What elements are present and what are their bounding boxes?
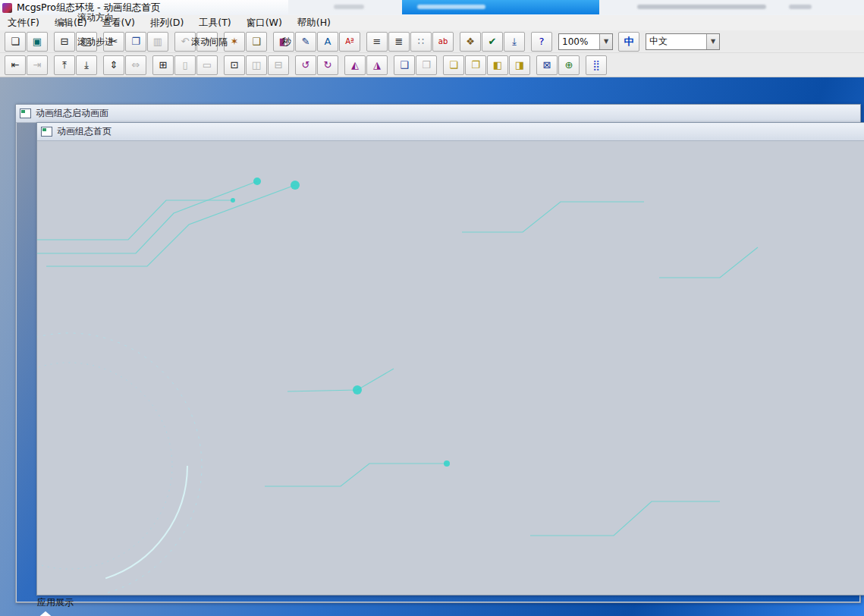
startup-window-titlebar[interactable]: 动画组态启动画面	[16, 105, 860, 123]
toolbar-button-icon: ❏	[449, 59, 458, 71]
zoom-combo[interactable]: 100% ▼	[558, 33, 613, 50]
toolbar-button-icon: ▥	[153, 36, 162, 47]
home-icon	[37, 609, 54, 616]
toolbar-button-rotate-right[interactable]: ↻	[317, 55, 338, 75]
toolbar-button-h-center[interactable]: ◫	[246, 55, 267, 75]
toolbar-button-v-center[interactable]: ⊟	[268, 55, 289, 75]
toolbar-button-icon: ?	[539, 36, 545, 47]
toolbar-button-grid[interactable]: ∷	[410, 32, 432, 52]
toolbar-button-align-left[interactable]: ⇤	[5, 55, 26, 75]
toolbar-button-icon: A	[325, 36, 331, 47]
toolbar-button-flip-vertical[interactable]: ◮	[366, 55, 388, 75]
toolbar-button-text-indent[interactable]: ≣	[388, 32, 410, 52]
toolbar-button-font[interactable]: Aª	[339, 32, 360, 52]
toolbar-button-icon: ↶	[181, 36, 190, 47]
toolbar-button-icon: ⤒	[62, 59, 67, 71]
toolbar-button-line-color[interactable]: ✎	[295, 32, 316, 52]
window-icon	[20, 108, 31, 118]
toolbar-button-spell-check[interactable]: ab	[432, 32, 454, 52]
toolbar-button-icon: ◮	[373, 59, 381, 71]
toolbar-button-icon: ↺	[302, 59, 310, 71]
toolbar-button-icon: ∷	[418, 36, 424, 47]
toolbar-main: ❏▣⊟◫✂❐▥↶↷✶❑◧✎AAª≡≣∷ab❖✔⤓? 100% ▼ 中 中文 ▼	[0, 30, 864, 53]
toolbar-button-paste[interactable]: ▥	[147, 32, 168, 52]
toolbar-button-icon: ▭	[203, 59, 212, 71]
background-windows	[288, 0, 864, 14]
toolbar-button-icon: ab	[438, 37, 448, 46]
toolbar-button-icon: ⊟	[61, 36, 69, 47]
menu-item[interactable]: 工具(T)	[191, 15, 238, 31]
home-window-title: 动画组态首页	[57, 125, 112, 138]
toolbar-button-rotate-left[interactable]: ↺	[295, 55, 316, 75]
chevron-down-icon[interactable]: ▼	[706, 34, 719, 49]
toolbar-button-icon: ⇤	[11, 59, 20, 71]
toolbar-button-bring-to-front[interactable]: ❏	[443, 55, 464, 75]
page-title: 应用展示	[37, 596, 864, 609]
toolbar-button-icon: ✔	[489, 36, 497, 47]
toolbar-button-sort[interactable]: ⤓	[504, 32, 525, 52]
toolbar-button-icon: ⇔	[132, 59, 140, 71]
toolbar-button-align-top[interactable]: ⤒	[54, 55, 75, 75]
circuit-decoration	[37, 141, 863, 594]
menu-bar: 文件(F)编辑(E)查看(V)排列(D)工具(T)窗口(W)帮助(H)	[0, 15, 864, 31]
toolbar-arrange: ⇤⇥⤒⤓⇕⇔⊞▯▭⊡◫⊟↺↻◭◮❑❒❏❐◧◨⊠⊕⣿	[0, 53, 864, 77]
toolbar-button-send-to-back[interactable]: ❐	[465, 55, 486, 75]
toolbar-button-icon: ⤓	[512, 36, 517, 48]
language-switch-button[interactable]: 中	[618, 32, 639, 52]
toolbar-button-text-lines[interactable]: ≡	[366, 32, 388, 52]
toolbar-button-lock[interactable]: ⊠	[536, 55, 558, 75]
toolbar-button-make-symbol[interactable]: ❑	[394, 55, 415, 75]
toolbar-button-equal-v-space[interactable]: ⇕	[103, 55, 124, 75]
toolbar-button-same-height[interactable]: ▯	[174, 55, 196, 75]
language-value: 中文	[646, 35, 706, 48]
toolbar-button-icon: ▯	[182, 59, 187, 71]
startup-window-title: 动画组态启动画面	[36, 107, 108, 120]
home-button[interactable]: HOME	[37, 609, 864, 616]
menu-item[interactable]: 窗口(W)	[239, 15, 290, 31]
toolbar-button-icon: ⤓	[84, 59, 89, 71]
toolbar-button-save[interactable]: ▣	[27, 32, 48, 52]
menu-item[interactable]: 文件(F)	[0, 15, 47, 31]
toolbar-button-icon: ⊡	[231, 59, 239, 71]
toolbar-button-syntax-check[interactable]: ✔	[482, 32, 503, 52]
toolbar-button-flip-horizontal[interactable]: ◭	[344, 55, 366, 75]
toolbar-button-grid-toggle[interactable]: ⣿	[586, 55, 607, 75]
toolbar-button-same-size[interactable]: ⊞	[152, 55, 174, 75]
toolbar-button-print[interactable]: ⊟	[54, 32, 75, 52]
zoom-value: 100%	[559, 36, 599, 47]
toolbar-button-help[interactable]: ?	[531, 32, 552, 52]
toolbar-button-align-right[interactable]: ⇥	[27, 55, 48, 75]
toolbar-button-font-color[interactable]: A	[317, 32, 338, 52]
toolbar-button-object-properties[interactable]: ❖	[460, 32, 481, 52]
toolbar-button-icon: ⊠	[543, 59, 551, 71]
chevron-down-icon[interactable]: ▼	[599, 34, 612, 49]
toolbar-button-solidify[interactable]: ⊕	[558, 55, 580, 75]
language-icon: 中	[624, 35, 634, 49]
scroll-step-label: 滚动步进	[77, 36, 114, 49]
menu-item[interactable]: 帮助(H)	[290, 15, 338, 31]
home-window-titlebar[interactable]: 动画组态首页	[37, 123, 864, 141]
toolbar-button-window-edit[interactable]: ❑	[246, 32, 267, 52]
app-icon	[2, 3, 12, 13]
toolbar-button-align-bottom[interactable]: ⤓	[76, 55, 97, 75]
toolbar-button-icon: ◧	[493, 59, 502, 71]
toolbar-button-icon: ❑	[400, 59, 409, 71]
toolbar-button-icon: ⊟	[275, 59, 283, 71]
toolbar-button-copy[interactable]: ❐	[125, 32, 146, 52]
toolbar-button-same-width[interactable]: ▭	[196, 55, 218, 75]
toolbar-button-equal-h-space[interactable]: ⇔	[125, 55, 146, 75]
toolbar-button-break-symbol[interactable]: ❒	[416, 55, 437, 75]
toolbar-button-send-backward[interactable]: ◨	[509, 55, 530, 75]
language-combo[interactable]: 中文 ▼	[646, 33, 720, 50]
menu-item[interactable]: 排列(D)	[143, 15, 191, 31]
scroll-direction-label: 滚动方向	[77, 11, 114, 24]
toolbar-button-new-screen[interactable]: ❏	[5, 32, 26, 52]
toolbar-button-icon: ⣿	[592, 59, 600, 71]
toolbar-button-icon: ≡	[373, 36, 382, 47]
window-home-page: 动画组态首页	[36, 122, 864, 596]
toolbar-button-icon: ≣	[395, 36, 404, 47]
design-canvas[interactable]: 应用展示 HOME ★ 状态监控 参数设置	[37, 141, 864, 616]
toolbar-button-bring-forward[interactable]: ◧	[487, 55, 508, 75]
toolbar-button-icon: ⇕	[110, 59, 118, 71]
toolbar-button-center-in-window[interactable]: ⊡	[224, 55, 245, 75]
